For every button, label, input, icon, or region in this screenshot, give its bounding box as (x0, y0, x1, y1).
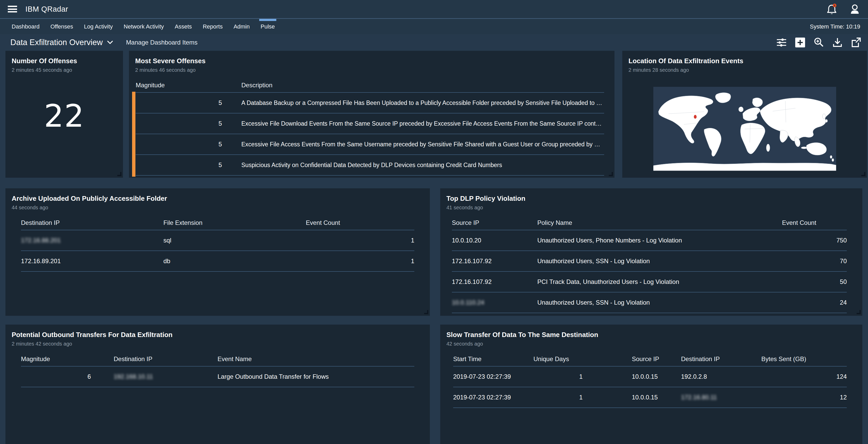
column-header-bytes_sent: Bytes Sent (GB) (761, 355, 847, 363)
card-resize-handle[interactable] (609, 172, 613, 176)
hamburger-menu-icon[interactable] (8, 6, 17, 12)
card-resize-handle[interactable] (424, 310, 428, 314)
cell-event_count: 24 (782, 299, 847, 306)
table-row[interactable]: 172.16.89.201db1 (21, 251, 414, 272)
manage-dashboard-items-button[interactable]: Manage Dashboard Items (126, 39, 197, 46)
tab-pulse[interactable]: Pulse (255, 19, 280, 34)
card-location-of-events: Location Of Data Exfiltration Events 2 m… (622, 51, 867, 178)
cell-bytes_sent: 12 (761, 394, 847, 401)
filter-settings-button[interactable] (776, 37, 787, 48)
card-potential-outbound-transfers: Potential Outbound Transfers For Data Ex… (5, 325, 430, 444)
top-dlp-table: Source IPPolicy NameEvent Count10.0.10.2… (452, 216, 847, 313)
cell-magnitude: 5 (136, 120, 222, 127)
dashboard-toolbar (776, 37, 862, 48)
card-title: Number Of Offenses (12, 57, 117, 65)
slow-transfer-table: Start TimeUnique DaysSource IPDestinatio… (453, 352, 847, 408)
active-tab-indicator (259, 19, 276, 21)
cell-destination_ip: 172.16.88.201 (21, 237, 163, 244)
bell-icon (826, 3, 837, 15)
card-most-severe-offenses: Most Severe Offenses 2 minutes 46 second… (129, 51, 615, 178)
card-number-of-offenses: Number Of Offenses 2 minutes 45 seconds … (5, 51, 123, 178)
tab-label: Pulse (260, 23, 275, 30)
table-header-row: Source IPPolicy NameEvent Count (452, 216, 847, 230)
cell-event_count: 70 (782, 258, 847, 265)
dashboard-title-dropdown[interactable]: Data Exfiltration Overview (10, 38, 113, 47)
table-row[interactable]: 2019-07-23 02:27:39110.0.0.15172.16.80.1… (453, 387, 847, 408)
table-row[interactable]: 10.0.110.24Unauthorized Users, SSN - Log… (452, 292, 847, 313)
offense-count-value: 22 (5, 98, 123, 134)
card-resize-handle[interactable] (857, 310, 861, 314)
zoom-in-button[interactable] (813, 37, 825, 48)
table-row[interactable]: 5Suspicious Activity on Confidential Dat… (136, 155, 604, 176)
card-title: Top DLP Policy Violation (446, 195, 856, 203)
card-updated-timestamp: 2 minutes 46 seconds ago (135, 67, 608, 73)
cell-description: Excessive File Download Events From the … (222, 120, 604, 127)
table-row[interactable]: 172.16.107.92PCI Track Data, Unauthorize… (452, 272, 847, 292)
add-dashboard-item-button[interactable] (795, 37, 806, 48)
world-map (653, 86, 836, 172)
cell-description: Suspicious Activity on Confidential Data… (222, 161, 604, 169)
cell-magnitude: 5 (136, 141, 222, 148)
tab-network-activity[interactable]: Network Activity (118, 19, 169, 34)
archive-uploaded-table: Destination IPFile ExtensionEvent Count1… (21, 216, 414, 272)
top-bar: IBM QRadar (0, 0, 868, 18)
table-row[interactable]: 5Excessive File Download Events From the… (136, 114, 604, 134)
table-row[interactable]: 5Excessive File Access Events From the S… (136, 134, 604, 155)
cell-source_ip: 10.0.0.15 (583, 373, 681, 380)
cell-destination_ip: 192.0.2.8 (681, 373, 761, 380)
cell-description: A Database Backup or a Compressed File H… (222, 99, 604, 107)
card-title: Location Of Data Exfiltration Events (628, 57, 861, 65)
column-header-magnitude: Magnitude (136, 82, 222, 89)
cell-destination_ip: 172.16.89.201 (21, 258, 163, 265)
cell-unique_days: 1 (533, 373, 583, 380)
card-title: Most Severe Offenses (135, 57, 608, 65)
notifications-button[interactable] (826, 3, 837, 15)
cell-source_ip: 10.0.110.24 (452, 299, 537, 306)
cell-source_ip: 10.0.10.20 (452, 237, 537, 244)
tab-dashboard[interactable]: Dashboard (6, 19, 45, 34)
cell-policy_name: Unauthorized Users, SSN - Log Violation (537, 258, 782, 265)
cell-destination_ip: 172.16.80.11 (681, 394, 761, 401)
cell-policy_name: PCI Track Data, Unauthorized Users - Log… (537, 278, 782, 286)
download-button[interactable] (832, 37, 843, 48)
add-dashboard-item-icon (795, 37, 806, 48)
event-location-marker[interactable] (694, 115, 696, 119)
column-header-description: Description (222, 82, 604, 89)
cell-event_count: 750 (782, 237, 847, 244)
cell-description: Excessive File Access Events From the Sa… (222, 141, 604, 148)
card-updated-timestamp: 41 seconds ago (446, 205, 856, 211)
user-menu-button[interactable] (849, 3, 860, 15)
table-row[interactable]: 10.0.10.20Unauthorized Users, Phone Numb… (452, 230, 847, 251)
tab-offenses[interactable]: Offenses (45, 19, 79, 34)
cell-event_count: 1 (306, 258, 414, 265)
tab-label: Network Activity (124, 23, 164, 30)
table-header-row: Destination IPFile ExtensionEvent Count (21, 216, 414, 230)
table-row[interactable]: 5A Database Backup or a Compressed File … (136, 93, 604, 114)
table-row[interactable]: 172.16.107.92Unauthorized Users, SSN - L… (452, 251, 847, 272)
card-title: Potential Outbound Transfers For Data Ex… (12, 331, 424, 339)
table-header-row: MagnitudeDescription (136, 78, 604, 93)
open-new-window-button[interactable] (850, 37, 862, 48)
tab-log-activity[interactable]: Log Activity (79, 19, 118, 34)
cell-source_ip: 172.16.107.92 (452, 258, 537, 265)
card-resize-handle[interactable] (861, 172, 865, 176)
table-row[interactable]: 172.16.88.201sql1 (21, 230, 414, 251)
table-row[interactable]: 6192.168.10.11Large Outbound Data Transf… (21, 366, 414, 387)
tab-admin[interactable]: Admin (228, 19, 255, 34)
column-header-source_ip: Source IP (583, 355, 681, 363)
tab-assets[interactable]: Assets (169, 19, 197, 34)
card-resize-handle[interactable] (117, 172, 121, 176)
table-row[interactable]: 2019-07-23 02:27:39110.0.0.15192.0.2.812… (453, 366, 847, 387)
column-header-magnitude: Magnitude (21, 355, 91, 363)
cell-source_ip: 172.16.107.92 (452, 278, 537, 286)
column-header-unique_days: Unique Days (533, 355, 583, 363)
card-updated-timestamp: 2 minutes 45 seconds ago (12, 67, 117, 73)
table-header-row: Start TimeUnique DaysSource IPDestinatio… (453, 352, 847, 366)
tab-reports[interactable]: Reports (197, 19, 228, 34)
tab-label: Log Activity (84, 23, 113, 30)
tab-label: Reports (203, 23, 223, 30)
column-header-destination_ip: Destination IP (681, 355, 761, 363)
card-archive-uploaded: Archive Uploaded On Publicly Accessible … (5, 188, 430, 316)
page-title: Data Exfiltration Overview (10, 38, 103, 47)
cell-magnitude: 6 (21, 373, 91, 380)
